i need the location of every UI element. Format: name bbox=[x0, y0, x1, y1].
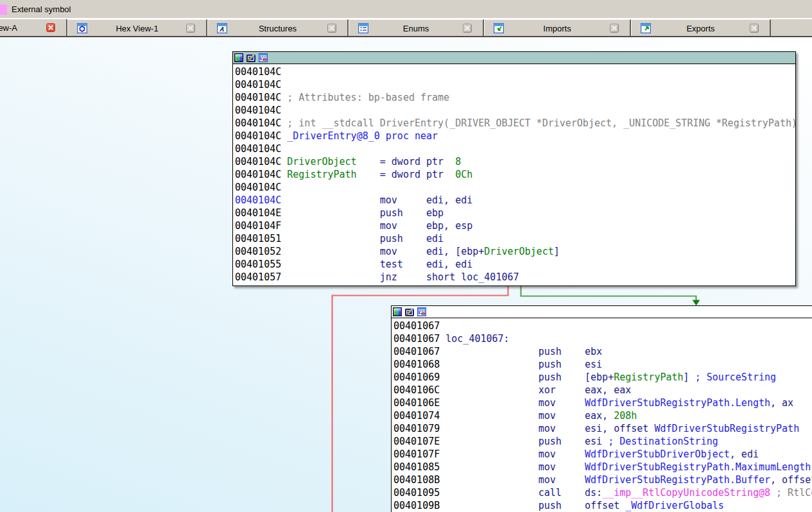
asm-token: 0Ch bbox=[455, 169, 472, 180]
tab-label: IDA View-A bbox=[0, 23, 17, 33]
asm-line[interactable]: 0040109B push offset _WdfDriverGlobals bbox=[393, 499, 812, 512]
asm-token: 00401052 bbox=[235, 246, 281, 257]
asm-line[interactable]: 00401067 bbox=[393, 320, 812, 332]
asm-line[interactable]: 0040104C ; int __stdcall DriverEntry(_DR… bbox=[235, 117, 795, 130]
asm-token: 00401085 bbox=[393, 461, 440, 473]
asm-token: , ax bbox=[770, 397, 793, 409]
asm-token: 0040108B bbox=[393, 474, 440, 486]
asm-line[interactable]: 0040104C mov edi, edi bbox=[235, 194, 795, 207]
asm-token: 0040104C bbox=[235, 92, 281, 103]
close-icon[interactable] bbox=[750, 24, 759, 33]
asm-token: 0040109B bbox=[393, 500, 440, 511]
palette-icon[interactable] bbox=[234, 53, 243, 62]
asm-token: 0040104C bbox=[235, 182, 281, 193]
asm-line[interactable]: 0040104C bbox=[235, 142, 795, 155]
asm-token: 0040104C bbox=[235, 66, 281, 78]
close-icon[interactable] bbox=[186, 24, 195, 33]
asm-line[interactable]: 00401055 test edi, edi bbox=[235, 258, 795, 271]
basic-block-driverentry[interactable]: 0040104C0040104C0040104C ; Attributes: b… bbox=[232, 51, 796, 286]
close-icon[interactable] bbox=[46, 23, 55, 32]
asm-line[interactable]: 00401095 call ds:__imp__RtlCopyUnicodeSt… bbox=[393, 486, 812, 499]
asm-token: ; int __stdcall DriverEntry(_DRIVER_OBJE… bbox=[281, 117, 797, 129]
asm-line[interactable]: 0040104F mov ebp, esp bbox=[235, 219, 795, 232]
asm-line[interactable]: 0040106C xor eax, eax bbox=[393, 384, 812, 397]
node-title-bar[interactable] bbox=[233, 52, 795, 64]
asm-token: = dword ptr bbox=[357, 169, 456, 180]
asm-line[interactable]: 0040106E mov WdfDriverStubRegistryPath.L… bbox=[393, 397, 812, 409]
tab-enums[interactable]: Enums bbox=[349, 19, 484, 36]
asm-token: mov edi, edi bbox=[281, 194, 472, 206]
asm-token: 00401067 bbox=[393, 333, 445, 345]
graph-canvas[interactable]: 0040104C0040104C0040104C ; Attributes: b… bbox=[0, 37, 812, 512]
asm-line[interactable]: 0040107F mov WdfDriverStubDriverObject, … bbox=[393, 448, 812, 461]
asm-token: ; RtlCo bbox=[770, 487, 812, 499]
group-nodes-icon[interactable] bbox=[259, 53, 268, 62]
asm-line[interactable]: 00401067 loc_401067: bbox=[393, 332, 812, 345]
tab-label: Structures bbox=[208, 23, 347, 33]
asm-token: WdfDriverStubRegistryPath.Buffer bbox=[585, 474, 770, 486]
edit-color-icon[interactable] bbox=[246, 53, 255, 62]
tab-hex-view-1[interactable]: Hex View-1 bbox=[67, 19, 207, 36]
asm-token: push offset bbox=[440, 500, 625, 511]
tab-ida-view-a[interactable]: IDA View-A bbox=[0, 19, 67, 36]
asm-token: 0040104C bbox=[235, 117, 281, 129]
asm-token: 0040104C bbox=[235, 156, 287, 167]
asm-token: 0040104C bbox=[235, 143, 281, 155]
close-icon[interactable] bbox=[610, 24, 619, 33]
edge-arrowhead bbox=[693, 300, 700, 306]
asm-token: test edi, edi bbox=[281, 259, 472, 270]
group-nodes-icon[interactable] bbox=[417, 307, 426, 316]
asm-token: 0040107F bbox=[393, 448, 440, 460]
asm-token: _DriverEntry@8_0 proc near bbox=[281, 130, 438, 142]
asm-line[interactable]: 00401085 mov WdfDriverStubRegistryPath.M… bbox=[393, 461, 812, 474]
asm-line[interactable]: 0040104C bbox=[235, 104, 795, 117]
edit-color-icon[interactable] bbox=[405, 307, 414, 316]
tab-label: Hex View-1 bbox=[68, 23, 206, 33]
asm-line[interactable]: 00401069 push [ebp+RegistryPath] ; Sourc… bbox=[393, 371, 812, 384]
asm-line[interactable]: 0040104C _DriverEntry@8_0 proc near bbox=[235, 130, 795, 142]
asm-token: 0040104F bbox=[235, 220, 281, 232]
asm-line[interactable]: 00401079 mov esi, offset WdfDriverStubRe… bbox=[393, 422, 812, 435]
asm-line[interactable]: 0040108B mov WdfDriverStubRegistryPath.B… bbox=[393, 474, 812, 486]
external-symbol-color-swatch bbox=[0, 4, 7, 15]
asm-token: 0040104C bbox=[235, 105, 281, 116]
asm-token: jnz short loc_401067 bbox=[281, 271, 519, 283]
asm-line[interactable]: 0040104E push ebp bbox=[235, 207, 795, 219]
legend-bar: External symbol bbox=[0, 0, 812, 18]
asm-line[interactable]: 0040107E push esi ; DestinationString bbox=[393, 435, 812, 448]
asm-line[interactable]: 0040104C bbox=[235, 65, 795, 78]
palette-icon[interactable] bbox=[393, 307, 402, 316]
asm-token: push esi bbox=[440, 436, 608, 447]
asm-token: mov eax, bbox=[440, 410, 614, 422]
asm-token: WdfDriverStubRegistryPath.MaximumLength bbox=[585, 461, 811, 473]
close-icon[interactable] bbox=[327, 24, 336, 33]
asm-token: xor eax, eax bbox=[440, 384, 631, 396]
basic-block-loc-401067[interactable]: 0040106700401067 loc_401067:00401067 pus… bbox=[391, 305, 812, 512]
asm-line[interactable]: 00401067 push ebx bbox=[393, 345, 812, 358]
asm-line[interactable]: 0040104C DriverObject = dword ptr 8 bbox=[235, 155, 795, 168]
node-title-bar[interactable] bbox=[392, 306, 812, 318]
asm-line[interactable]: 0040104C RegistryPath = dword ptr 0Ch bbox=[235, 168, 795, 181]
asm-token: 0040104C bbox=[235, 79, 281, 90]
asm-line[interactable]: 00401074 mov eax, 208h bbox=[393, 409, 812, 422]
asm-line[interactable]: 00401057 jnz short loc_401067 bbox=[235, 271, 795, 284]
asm-line[interactable]: 0040104C ; Attributes: bp-based frame bbox=[235, 91, 795, 104]
asm-token: , offset bbox=[770, 474, 812, 486]
asm-line[interactable]: 0040104C bbox=[235, 78, 795, 91]
asm-token: = dword ptr bbox=[357, 156, 456, 167]
asm-token: mov edi, [ebp+ bbox=[281, 246, 484, 257]
asm-token: 00401051 bbox=[235, 233, 281, 244]
asm-line[interactable]: 0040104C bbox=[235, 181, 795, 194]
tab-structures[interactable]: A Structures bbox=[207, 19, 349, 36]
asm-token: 00401067 bbox=[393, 346, 440, 357]
asm-line[interactable]: 00401068 push esi bbox=[393, 358, 812, 371]
tab-exports[interactable]: Exports bbox=[631, 19, 771, 36]
tab-imports[interactable]: Imports bbox=[484, 19, 631, 36]
asm-token: WdfDriverStubRegistryPath.Length bbox=[585, 397, 770, 409]
asm-token: push [ebp+ bbox=[440, 371, 614, 383]
asm-token: 0040106C bbox=[393, 384, 440, 396]
close-icon[interactable] bbox=[463, 24, 472, 33]
asm-token: 0040104C bbox=[235, 169, 287, 180]
asm-line[interactable]: 00401051 push edi bbox=[235, 232, 795, 245]
asm-line[interactable]: 00401052 mov edi, [ebp+DriverObject] bbox=[235, 245, 795, 258]
